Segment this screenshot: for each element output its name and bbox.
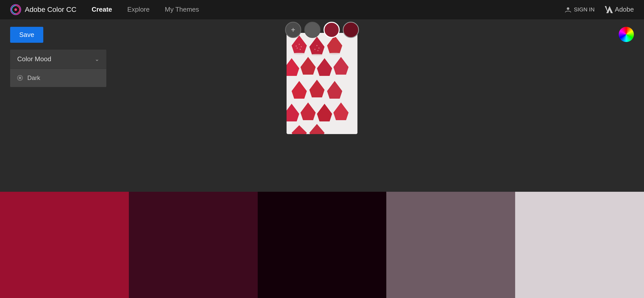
svg-marker-14 — [300, 102, 316, 120]
header: Adobe Color CC Create Explore My Themes … — [0, 0, 644, 19]
nav-create[interactable]: Create — [92, 4, 112, 15]
svg-marker-13 — [287, 104, 299, 121]
color-picker-2[interactable] — [324, 22, 340, 38]
svg-point-21 — [297, 48, 298, 49]
nav-explore[interactable]: Explore — [127, 4, 150, 15]
color-wheel-button[interactable] — [619, 27, 634, 42]
svg-marker-11 — [309, 80, 325, 97]
adobe-logo: Adobe — [605, 6, 634, 14]
svg-marker-16 — [333, 102, 349, 120]
color-picker-1[interactable] — [304, 22, 320, 38]
color-mood-panel: Color Mood ⌄ Dark — [10, 50, 106, 87]
color-pickers-row: + — [285, 22, 359, 38]
svg-marker-17 — [292, 125, 307, 134]
logo-icon — [10, 4, 21, 15]
color-picker-3[interactable] — [343, 22, 359, 38]
nav-my-themes[interactable]: My Themes — [165, 4, 199, 15]
main-nav: Create Explore My Themes — [92, 4, 565, 15]
svg-marker-5 — [327, 35, 342, 53]
palette-swatch-1[interactable] — [0, 192, 129, 298]
svg-point-23 — [296, 46, 297, 47]
adobe-logo-icon — [605, 6, 613, 14]
image-center: + — [285, 22, 359, 134]
color-mood-dark-option[interactable]: Dark — [10, 69, 106, 87]
strawberry-pattern — [287, 33, 357, 134]
save-button[interactable]: Save — [10, 27, 43, 43]
svg-point-26 — [314, 49, 315, 50]
svg-point-30 — [329, 52, 340, 55]
svg-marker-7 — [300, 57, 316, 75]
svg-point-24 — [316, 45, 317, 46]
add-color-picker[interactable]: + — [285, 22, 301, 38]
svg-marker-12 — [327, 81, 342, 99]
svg-point-22 — [300, 49, 301, 50]
svg-marker-15 — [317, 104, 332, 121]
canvas-area: Save Color Mood ⌄ Dark + — [0, 19, 644, 192]
svg-point-2 — [567, 7, 569, 10]
svg-point-19 — [299, 44, 300, 45]
dark-option-radio[interactable] — [17, 75, 23, 81]
main-content: Save Color Mood ⌄ Dark + — [0, 19, 644, 298]
logo-text: Adobe Color CC — [25, 6, 76, 14]
svg-point-29 — [311, 54, 323, 56]
color-mood-header[interactable]: Color Mood ⌄ — [10, 50, 106, 69]
palette-swatch-3[interactable] — [258, 192, 387, 298]
svg-point-28 — [294, 52, 305, 55]
dark-option-label: Dark — [27, 74, 40, 81]
palette-swatch-2[interactable] — [129, 192, 258, 298]
chevron-down-icon: ⌄ — [95, 56, 99, 62]
palette-swatch-4[interactable] — [386, 192, 515, 298]
user-icon — [565, 6, 571, 13]
plus-icon: + — [291, 26, 295, 34]
svg-marker-9 — [333, 57, 349, 75]
svg-marker-10 — [292, 81, 307, 99]
color-mood-title: Color Mood — [17, 55, 51, 63]
svg-point-20 — [301, 46, 302, 47]
svg-marker-8 — [317, 58, 332, 76]
svg-point-1 — [14, 8, 17, 11]
svg-marker-6 — [287, 58, 299, 76]
svg-point-25 — [318, 48, 319, 49]
sign-in-button[interactable]: SIGN IN — [565, 6, 595, 13]
sign-in-label: SIGN IN — [574, 6, 595, 13]
logo-area: Adobe Color CC — [10, 4, 76, 15]
palette-swatch-5[interactable] — [515, 192, 644, 298]
svg-point-27 — [317, 50, 318, 51]
color-palette-strip — [0, 192, 644, 298]
adobe-label: Adobe — [615, 6, 634, 13]
header-right: SIGN IN Adobe — [565, 6, 634, 14]
uploaded-image[interactable] — [287, 33, 357, 134]
svg-marker-18 — [309, 124, 325, 134]
